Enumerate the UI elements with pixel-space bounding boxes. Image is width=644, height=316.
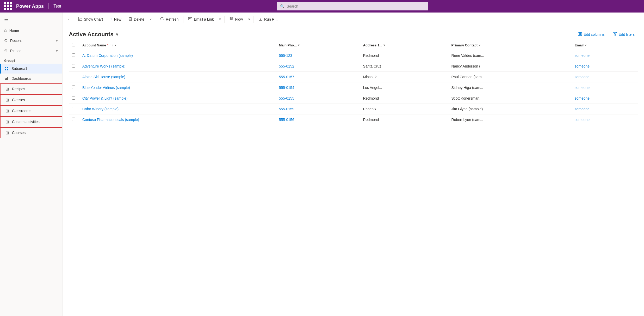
list-actions: Edit columns Edit filters bbox=[575, 30, 638, 38]
row-checkbox-cell bbox=[69, 104, 79, 114]
sidebar-item-courses[interactable]: Courses bbox=[0, 127, 62, 138]
email-chevron[interactable]: ∨ bbox=[217, 16, 223, 23]
delete-button[interactable]: Delete bbox=[125, 15, 147, 23]
row-checkbox[interactable] bbox=[72, 118, 75, 121]
row-checkbox-cell bbox=[69, 114, 79, 125]
refresh-button[interactable]: Refresh bbox=[157, 15, 182, 23]
table-row: Blue Yonder Airlines (sample) 555-0154 L… bbox=[69, 82, 638, 93]
primary-contact-cell: Jim Glynn (sample) bbox=[448, 104, 572, 114]
report-icon bbox=[258, 17, 263, 22]
email-link-button[interactable]: Email a Link bbox=[185, 15, 217, 23]
account-name-cell[interactable]: Coho Winery (sample) bbox=[79, 104, 276, 114]
svg-rect-6 bbox=[7, 77, 8, 80]
sidebar-item-home[interactable]: ⌂ Home bbox=[0, 26, 62, 35]
active-accounts-title: Active Accounts bbox=[69, 31, 114, 38]
account-name-cell[interactable]: Contoso Pharmaceuticals (sample) bbox=[79, 114, 276, 125]
address-cell: Los Angel... bbox=[360, 82, 448, 93]
sidebar-item-recipes[interactable]: Recipes bbox=[0, 83, 62, 94]
account-name-cell[interactable]: Alpine Ski House (sample) bbox=[79, 72, 276, 82]
show-chart-button[interactable]: Show Chart bbox=[75, 15, 106, 23]
sort-desc-icon[interactable]: ↓ bbox=[112, 44, 114, 47]
email-cell[interactable]: someone bbox=[571, 114, 638, 125]
sidebar-group-label: Group1 bbox=[0, 56, 62, 64]
chevron-down-icon: ∨ bbox=[56, 49, 58, 53]
row-checkbox[interactable] bbox=[72, 53, 75, 57]
sidebar-item-pinned[interactable]: ⊕ Pinned ∨ bbox=[0, 46, 62, 56]
search-input[interactable] bbox=[287, 4, 425, 8]
email-cell[interactable]: someone bbox=[571, 50, 638, 61]
main-phone-cell: 555-0152 bbox=[276, 61, 360, 72]
row-checkbox[interactable] bbox=[72, 96, 75, 100]
row-checkbox[interactable] bbox=[72, 86, 75, 89]
svg-rect-4 bbox=[5, 78, 6, 80]
app-name: Test bbox=[53, 4, 61, 9]
waffle-dot bbox=[10, 5, 12, 7]
email-cell[interactable]: someone bbox=[571, 104, 638, 114]
row-checkbox[interactable] bbox=[72, 64, 75, 68]
edit-columns-button[interactable]: Edit columns bbox=[575, 30, 608, 38]
email-cell[interactable]: someone bbox=[571, 61, 638, 72]
main-phone-cell: 555-0154 bbox=[276, 82, 360, 93]
sidebar-item-custom-activities[interactable]: Custom activities bbox=[0, 116, 62, 127]
column-label-address: Address 1... bbox=[363, 43, 382, 47]
waffle-dot bbox=[10, 2, 12, 4]
address-cell: Missoula bbox=[360, 72, 448, 82]
back-button[interactable]: ← bbox=[65, 15, 75, 23]
edit-filters-button[interactable]: Edit filters bbox=[610, 30, 638, 38]
account-name-cell[interactable]: City Power & Light (sample) bbox=[79, 93, 276, 104]
dashboard-icon bbox=[4, 76, 9, 81]
sidebar-item-label: Home bbox=[9, 28, 58, 33]
email-cell[interactable]: someone bbox=[571, 72, 638, 82]
svg-rect-10 bbox=[129, 18, 132, 21]
sidebar-item-dashboards[interactable]: Dashboards bbox=[0, 74, 62, 83]
sidebar-item-classes[interactable]: Classes bbox=[0, 94, 62, 105]
sidebar-item-subarea1[interactable]: Subarea1 bbox=[0, 64, 62, 74]
column-label-email: Email bbox=[574, 43, 584, 47]
sidebar-item-label: Classes bbox=[12, 98, 25, 102]
email-link-label: Email a Link bbox=[194, 17, 214, 21]
sidebar-item-classrooms[interactable]: Classrooms bbox=[0, 105, 62, 116]
chevron-down-icon[interactable]: ∨ bbox=[114, 44, 116, 47]
primary-contact-cell: Rene Valdes (sam... bbox=[448, 50, 572, 61]
waffle-menu[interactable] bbox=[3, 1, 13, 11]
chart-icon bbox=[78, 17, 82, 22]
new-button[interactable]: + New bbox=[107, 15, 125, 23]
sidebar-item-recent[interactable]: ⊙ Recent ∨ bbox=[0, 35, 62, 46]
sidebar-item-label: Classrooms bbox=[12, 109, 31, 113]
filter-icon bbox=[613, 32, 617, 37]
sidebar-item-label: Pinned bbox=[10, 49, 53, 53]
row-checkbox-cell bbox=[69, 82, 79, 93]
flow-chevron[interactable]: ∨ bbox=[246, 16, 252, 23]
account-name-cell[interactable]: Adventure Works (sample) bbox=[79, 61, 276, 72]
chevron-down-icon[interactable]: ∨ bbox=[479, 44, 480, 47]
email-cell[interactable]: someone bbox=[571, 93, 638, 104]
table-row: Alpine Ski House (sample) 555-0157 Misso… bbox=[69, 72, 638, 82]
select-all-checkbox[interactable] bbox=[72, 43, 75, 46]
run-report-button[interactable]: Run R... bbox=[255, 15, 281, 23]
hamburger-button[interactable]: ☰ bbox=[0, 15, 62, 26]
svg-rect-8 bbox=[129, 17, 131, 17]
chevron-down-icon[interactable]: ∨ bbox=[585, 44, 586, 47]
table-row: Adventure Works (sample) 555-0152 Santa … bbox=[69, 61, 638, 72]
row-checkbox[interactable] bbox=[72, 107, 75, 110]
required-indicator: * bbox=[107, 43, 108, 47]
email-cell[interactable]: someone bbox=[571, 82, 638, 93]
account-name-cell[interactable]: A. Datum Corporation (sample) bbox=[79, 50, 276, 61]
chevron-down-icon[interactable]: ∨ bbox=[298, 44, 300, 47]
content-area: ← Show Chart + New bbox=[63, 13, 644, 316]
primary-contact-cell: Robert Lyon (sam... bbox=[448, 114, 572, 125]
sidebar: ☰ ⌂ Home ⊙ Recent ∨ ⊕ Pinned ∨ Group1 Su… bbox=[0, 13, 63, 316]
refresh-icon bbox=[160, 17, 164, 22]
title-chevron-icon[interactable]: ∨ bbox=[116, 32, 118, 37]
delete-chevron[interactable]: ∨ bbox=[148, 16, 153, 23]
primary-contact-cell: Paul Cannon (sam... bbox=[448, 72, 572, 82]
sort-asc-icon[interactable]: ↑ bbox=[109, 44, 111, 47]
primary-contact-cell: Scott Konersman... bbox=[448, 93, 572, 104]
toolbar-divider bbox=[155, 16, 155, 23]
address-cell: Redmond bbox=[360, 50, 448, 61]
flow-button[interactable]: Flow bbox=[226, 15, 246, 23]
chevron-down-icon[interactable]: ∨ bbox=[383, 44, 385, 47]
row-checkbox[interactable] bbox=[72, 75, 75, 78]
waffle-dot bbox=[7, 5, 9, 7]
account-name-cell[interactable]: Blue Yonder Airlines (sample) bbox=[79, 82, 276, 93]
